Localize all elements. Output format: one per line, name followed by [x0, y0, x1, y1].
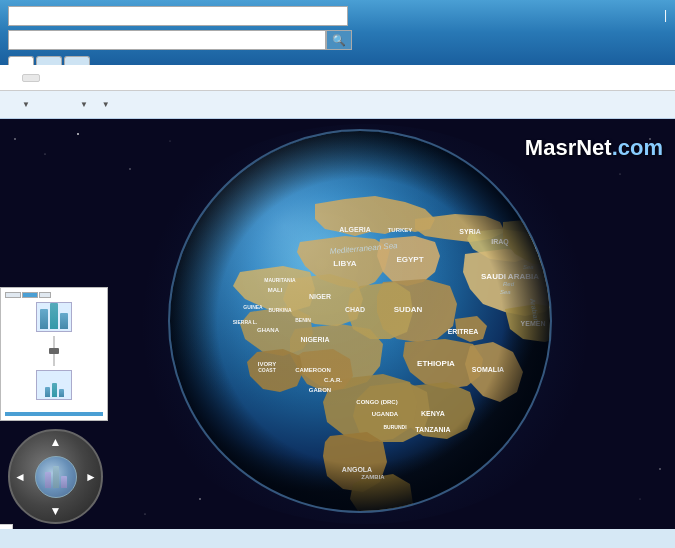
svg-text:CAMEROON: CAMEROON	[295, 367, 331, 373]
svg-text:AFGHANISTAN: AFGHANISTAN	[557, 234, 593, 240]
search-row-1	[8, 6, 667, 26]
svg-text:TANZANIA: TANZANIA	[415, 426, 450, 433]
svg-text:NIGERIA: NIGERIA	[300, 336, 329, 343]
nav-more[interactable]	[22, 74, 40, 82]
svg-point-9	[620, 174, 621, 175]
copyright-area	[663, 525, 675, 529]
svg-text:SAUDI ARABIA: SAUDI ARABIA	[481, 272, 539, 281]
compass-control[interactable]: ▲ ▼ ◄ ►	[8, 429, 103, 524]
compass-north[interactable]: ▲	[50, 435, 62, 449]
top-nav-bar	[0, 65, 675, 91]
svg-text:NIGER: NIGER	[309, 293, 331, 300]
compass-center-button[interactable]	[35, 456, 77, 498]
svg-text:GABON: GABON	[309, 387, 331, 393]
secnav-share[interactable]: ▼	[78, 100, 88, 109]
map-container[interactable]: Mediterranean Sea Arabian Sea Red Sea LI…	[0, 119, 675, 529]
secondary-nav: ▼ ▼ ▼	[0, 91, 675, 119]
nav-classifieds[interactable]	[6, 75, 22, 81]
brand-logo: MasrNet.com	[525, 135, 663, 161]
svg-point-2	[44, 153, 45, 154]
svg-text:C.A.R.: C.A.R.	[324, 377, 342, 383]
map-controls-panel	[0, 287, 108, 421]
svg-text:BURKINA: BURKINA	[268, 307, 291, 313]
collections-dropdown-icon: ▼	[22, 100, 30, 109]
svg-text:ETHIOPIA: ETHIOPIA	[417, 359, 455, 368]
svg-text:MALI: MALI	[268, 287, 283, 293]
svg-text:GUINEA: GUINEA	[243, 304, 263, 310]
svg-text:YEMEN: YEMEN	[521, 320, 546, 327]
svg-text:IRAQ: IRAQ	[491, 238, 509, 246]
svg-point-3	[77, 133, 79, 135]
compass-east[interactable]: ►	[85, 470, 97, 484]
svg-text:COAST: COAST	[258, 367, 276, 373]
svg-text:EGYPT: EGYPT	[396, 255, 423, 264]
compass-south[interactable]: ▼	[50, 504, 62, 518]
search-button[interactable]: 🔍	[326, 30, 352, 50]
svg-text:SUDAN: SUDAN	[394, 305, 423, 314]
svg-text:Red: Red	[503, 281, 515, 287]
map-type-hybrid[interactable]	[5, 412, 103, 416]
secnav-print[interactable]: ▼	[100, 100, 110, 109]
svg-point-11	[659, 468, 661, 470]
svg-text:LIBYA: LIBYA	[333, 259, 356, 268]
view-2d-button[interactable]	[5, 292, 21, 298]
search-input-2[interactable]	[8, 30, 326, 50]
header: | 🔍	[0, 0, 675, 65]
svg-text:TURKEY: TURKEY	[388, 227, 413, 233]
svg-point-12	[640, 499, 641, 500]
svg-point-1	[14, 138, 16, 140]
tab-businesses[interactable]	[8, 56, 34, 65]
tab-maps[interactable]	[64, 56, 90, 65]
svg-text:CONGO (DRC): CONGO (DRC)	[356, 399, 397, 405]
svg-text:BURUNDI: BURUNDI	[383, 424, 407, 430]
virtual-earth-logo	[0, 524, 13, 529]
svg-text:SOMALIA: SOMALIA	[472, 366, 504, 373]
svg-text:ERITREA: ERITREA	[448, 328, 479, 335]
zoom-slider-thumb[interactable]	[49, 348, 59, 354]
zoom-in-button[interactable]	[36, 302, 72, 332]
svg-text:ALGERIA: ALGERIA	[339, 226, 371, 233]
svg-text:UGANDA: UGANDA	[372, 411, 399, 417]
svg-text:MAURITANIA: MAURITANIA	[264, 277, 296, 283]
view-up-button[interactable]	[39, 292, 51, 298]
search-input-1[interactable]	[8, 6, 348, 26]
svg-text:Sea: Sea	[500, 289, 511, 295]
compass-west[interactable]: ◄	[14, 470, 26, 484]
map-type-list	[5, 404, 103, 416]
svg-text:ANGOLA: ANGOLA	[342, 466, 372, 473]
svg-text:BENIN: BENIN	[295, 317, 311, 323]
tab-row	[8, 54, 667, 65]
svg-text:Sea: Sea	[523, 264, 534, 270]
zoom-slider-track	[53, 336, 55, 366]
svg-text:KENYA: KENYA	[421, 410, 445, 417]
secnav-collections[interactable]: ▼	[20, 100, 30, 109]
view-toggle-row	[5, 292, 103, 298]
globe-svg[interactable]: Mediterranean Sea Arabian Sea Red Sea LI…	[115, 124, 605, 519]
tab-people[interactable]	[36, 56, 62, 65]
print-dropdown-icon: ▼	[102, 100, 110, 109]
share-dropdown-icon: ▼	[80, 100, 88, 109]
svg-text:ZAMBIA: ZAMBIA	[361, 474, 385, 480]
svg-text:SYRIA: SYRIA	[459, 228, 480, 235]
zoom-controls	[5, 302, 103, 400]
svg-text:IRAN: IRAN	[536, 233, 553, 240]
compass-building-icon	[45, 466, 67, 488]
search-row-2: 🔍	[8, 30, 667, 50]
view-3d-button[interactable]	[22, 292, 38, 298]
svg-text:SIERRA L.: SIERRA L.	[233, 319, 258, 325]
svg-text:GHANA: GHANA	[257, 327, 280, 333]
svg-text:CHAD: CHAD	[345, 306, 365, 313]
zoom-out-button[interactable]	[36, 370, 72, 400]
